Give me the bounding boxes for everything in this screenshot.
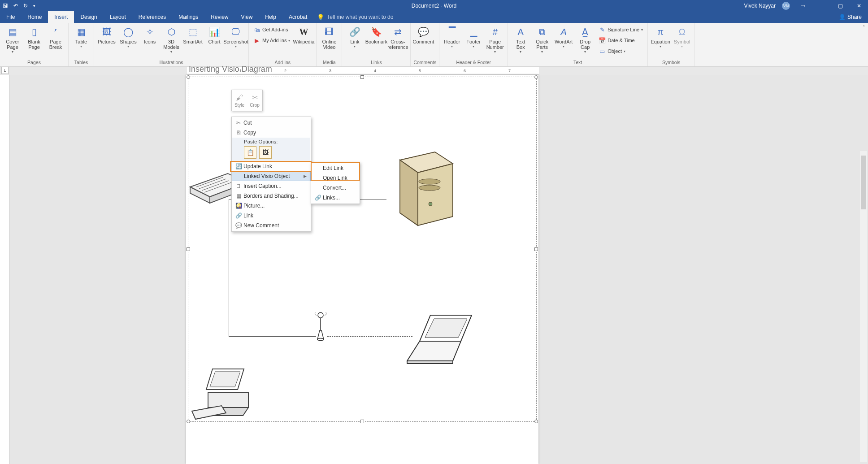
svg-point-16 — [317, 338, 324, 341]
wordart-button[interactable]: AWordArt▾ — [554, 25, 573, 58]
caption-icon: 🗒 — [234, 183, 243, 189]
maximize-icon[interactable]: ▢ — [834, 3, 846, 9]
minimize-icon[interactable]: — — [815, 3, 828, 9]
comment-button[interactable]: 💬Comment — [413, 25, 433, 58]
sub-edit-link[interactable]: Edit Link — [311, 163, 360, 173]
link-button[interactable]: 🔗Link▾ — [345, 25, 365, 58]
paste-option-keep-formatting[interactable]: 📋 — [244, 146, 256, 159]
share-button[interactable]: 👤 Share — [833, 11, 868, 23]
vertical-scrollbar[interactable] — [860, 151, 867, 462]
tab-review[interactable]: Review — [204, 11, 234, 23]
pagenumber-button[interactable]: #PageNumber▾ — [485, 25, 505, 58]
ctx-cut[interactable]: ✂Cut — [232, 118, 311, 128]
online-video-button[interactable]: 🎞OnlineVideo — [319, 25, 339, 58]
tab-insert[interactable]: Insert — [48, 11, 74, 23]
tab-selector[interactable]: L — [1, 67, 9, 74]
close-icon[interactable]: ✕ — [853, 3, 865, 9]
table-button[interactable]: ▦Table▾ — [71, 25, 91, 58]
mini-crop-button[interactable]: ✂Crop — [247, 90, 262, 111]
page-break-button[interactable]: ⎖PageBreak — [46, 25, 65, 58]
sub-convert[interactable]: Convert... — [311, 183, 360, 193]
resize-handle[interactable] — [534, 75, 538, 79]
my-addins-button[interactable]: ▶My Add-ins ▾ — [252, 35, 292, 45]
tab-home[interactable]: Home — [21, 11, 48, 23]
save-icon[interactable]: 🖫 — [3, 3, 8, 9]
resize-handle[interactable] — [187, 247, 190, 251]
crossref-button[interactable]: ⇄Cross-reference — [388, 25, 408, 58]
diagram-server-icon — [386, 150, 458, 229]
footer-button[interactable]: ▁Footer▾ — [464, 25, 483, 58]
group-comments: 💬Comment Comments — [411, 23, 439, 66]
tab-layout[interactable]: Layout — [104, 11, 132, 23]
sub-links[interactable]: 🔗Links... — [311, 193, 360, 203]
tab-file[interactable]: File — [0, 11, 21, 23]
icons-button[interactable]: ✧Icons — [140, 25, 160, 58]
blank-page-button[interactable]: ▯BlankPage — [24, 25, 44, 58]
header-button[interactable]: ▔Header▾ — [442, 25, 462, 58]
redo-icon[interactable]: ↻ — [23, 3, 28, 9]
resize-handle[interactable] — [360, 75, 364, 79]
smartart-button[interactable]: ⬚SmartArt — [183, 25, 203, 58]
ctx-insert-caption[interactable]: 🗒Insert Caption... — [232, 181, 311, 191]
ctx-linked-visio-object[interactable]: Linked Visio Object▶ — [232, 171, 311, 181]
tab-help[interactable]: Help — [259, 11, 282, 23]
svg-marker-23 — [208, 392, 248, 408]
scrollbar-thumb[interactable] — [861, 156, 866, 209]
symbol-button[interactable]: ΩSymbol▾ — [672, 25, 692, 58]
resize-handle[interactable] — [534, 420, 538, 423]
diagram-connector — [229, 199, 229, 336]
tab-references[interactable]: References — [132, 11, 172, 23]
ribbon-tabs: File Home Insert Design Layout Reference… — [0, 11, 868, 23]
dropcap-button[interactable]: A̲DropCap▾ — [575, 25, 595, 58]
bookmark-button[interactable]: 🔖Bookmark — [366, 25, 386, 58]
3dmodels-button[interactable]: ⬡3DModels▾ — [161, 25, 181, 58]
resize-handle[interactable] — [187, 420, 190, 423]
datetime-button[interactable]: 📅Date & Time — [597, 35, 645, 45]
ribbon: ▤CoverPage▾ ▯BlankPage ⎖PageBreak Pages … — [0, 23, 868, 67]
collapse-ribbon-icon[interactable]: ˄ — [863, 23, 868, 66]
ctx-picture[interactable]: 🎑Picture... — [232, 201, 311, 211]
textbox-button[interactable]: ATextBox▾ — [511, 25, 530, 58]
ribbon-display-icon[interactable]: ▭ — [796, 3, 809, 9]
user-name[interactable]: Vivek Nayyar — [744, 3, 776, 9]
chart-button[interactable]: 📊Chart — [204, 25, 224, 58]
mini-style-button[interactable]: 🖌Style — [232, 90, 247, 111]
ctx-link[interactable]: 🔗Link — [232, 211, 311, 221]
resize-handle[interactable] — [534, 247, 538, 251]
cover-page-button[interactable]: ▤CoverPage▾ — [3, 25, 22, 58]
diagram-accesspoint-icon — [314, 312, 327, 341]
sub-open-link[interactable]: Open Link — [311, 173, 360, 183]
document-title: Document2 - Word — [412, 3, 456, 9]
submenu-arrow-icon: ▶ — [304, 174, 307, 178]
links-icon: 🔗 — [313, 195, 323, 201]
ctx-new-comment[interactable]: 💬New Comment — [232, 221, 311, 230]
resize-handle[interactable] — [360, 420, 364, 423]
group-label-text: Text — [511, 59, 645, 66]
tab-design[interactable]: Design — [74, 11, 103, 23]
tab-mailings[interactable]: Mailings — [172, 11, 204, 23]
ctx-borders-shading[interactable]: ▦Borders and Shading... — [232, 191, 311, 201]
get-addins-button[interactable]: 🛍Get Add-ins — [252, 25, 292, 35]
undo-icon[interactable]: ↶ — [13, 3, 18, 9]
object-button[interactable]: ▭Object ▾ — [597, 46, 645, 56]
ctx-copy[interactable]: ⎘Copy — [232, 128, 311, 138]
tab-acrobat[interactable]: Acrobat — [282, 11, 313, 23]
ctx-update-link[interactable]: 🔄Update Link — [232, 161, 311, 171]
tellme-input[interactable]: Tell me what you want to do — [327, 14, 393, 20]
vertical-ruler[interactable] — [0, 75, 10, 464]
diagram-connector — [229, 336, 316, 337]
signature-line-button[interactable]: ✎Signature Line ▾ — [597, 25, 645, 35]
screenshot-button[interactable]: 🖵Screenshot▾ — [226, 25, 246, 58]
user-avatar[interactable]: VN — [782, 2, 790, 10]
qat-customize-icon[interactable]: ▾ — [33, 4, 35, 8]
pictures-button[interactable]: 🖼Pictures — [97, 25, 117, 58]
shapes-button[interactable]: ◯Shapes▾ — [118, 25, 138, 58]
resize-handle[interactable] — [187, 75, 190, 79]
quickparts-button[interactable]: ⧉QuickParts▾ — [532, 25, 552, 58]
horizontal-ruler[interactable]: 1234567 — [10, 67, 868, 75]
svg-point-12 — [429, 202, 432, 206]
wikipedia-button[interactable]: WWikipedia — [294, 25, 313, 58]
tab-view[interactable]: View — [235, 11, 259, 23]
paste-option-picture[interactable]: 🖼 — [259, 146, 272, 159]
equation-button[interactable]: πEquation▾ — [651, 25, 670, 58]
